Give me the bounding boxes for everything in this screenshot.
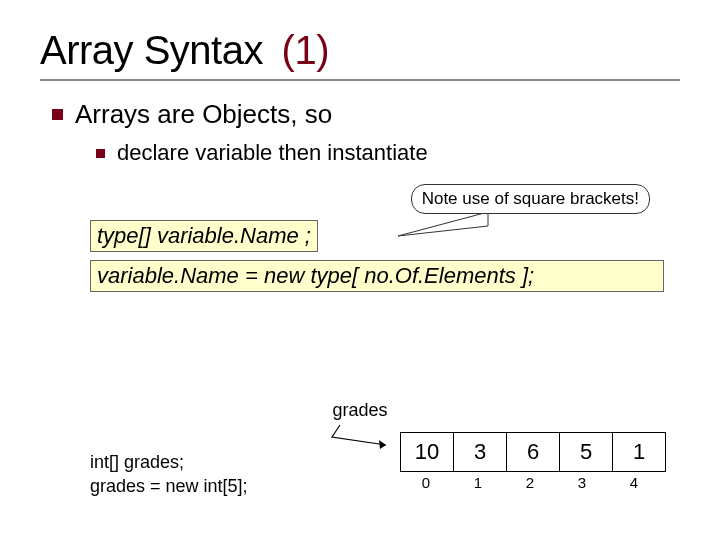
code-line-1: int[] grades; bbox=[90, 450, 248, 474]
callout-region: Note use of square brackets! type[] vari… bbox=[40, 190, 680, 246]
array-cell: 5 bbox=[560, 433, 613, 472]
code-line-2: grades = new int[5]; bbox=[90, 474, 248, 498]
title-underline bbox=[40, 79, 680, 81]
array-cell: 3 bbox=[454, 433, 507, 472]
title-paren: (1) bbox=[282, 28, 329, 72]
array-index: 3 bbox=[556, 474, 608, 491]
variable-label-grades: grades bbox=[300, 400, 420, 421]
array-cell: 10 bbox=[401, 433, 454, 472]
array-indices: 0 1 2 3 4 bbox=[400, 474, 660, 491]
bullet-1: Arrays are Objects, so bbox=[52, 99, 680, 130]
array-index: 2 bbox=[504, 474, 556, 491]
array-cell: 6 bbox=[507, 433, 560, 472]
grades-arrow-icon bbox=[330, 423, 390, 453]
array-index: 4 bbox=[608, 474, 660, 491]
array-cell: 1 bbox=[613, 433, 666, 472]
array-index: 0 bbox=[400, 474, 452, 491]
callout-note: Note use of square brackets! bbox=[411, 184, 650, 214]
slide-title: Array Syntax (1) bbox=[40, 28, 680, 73]
bullet-square-icon bbox=[96, 149, 105, 158]
svg-marker-1 bbox=[379, 440, 386, 449]
bullet-square-icon bbox=[52, 109, 63, 120]
slide: Array Syntax (1) Arrays are Objects, so … bbox=[0, 0, 720, 540]
bullet-2: declare variable then instantiate bbox=[96, 140, 680, 166]
array-values: 10 3 6 5 1 bbox=[400, 432, 666, 472]
code-box-instantiate: variable.Name = new type[ no.Of.Elements… bbox=[90, 260, 664, 292]
array-index: 1 bbox=[452, 474, 504, 491]
bullet-2-text: declare variable then instantiate bbox=[117, 140, 428, 166]
svg-marker-0 bbox=[398, 212, 488, 236]
code-sample: int[] grades; grades = new int[5]; bbox=[90, 450, 248, 499]
title-main: Array Syntax bbox=[40, 28, 263, 72]
code-box-declare: type[] variable.Name ; bbox=[90, 220, 318, 252]
bullet-1-text: Arrays are Objects, so bbox=[75, 99, 332, 130]
